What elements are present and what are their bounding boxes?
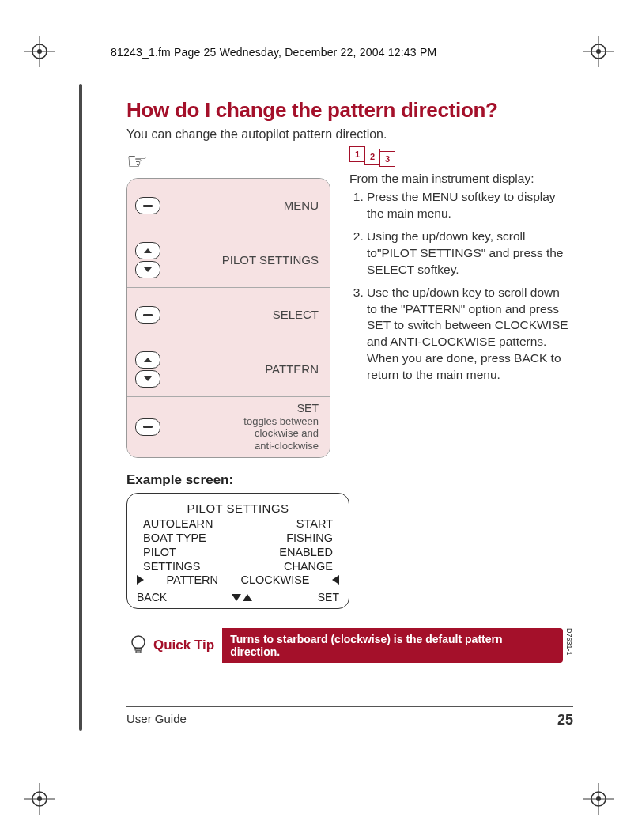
instruction-item: Press the MENU softkey to display the ma… [367, 189, 573, 222]
step-row-select: SELECT [127, 288, 330, 342]
quick-tip-text: Turns to starboard (clockwise) is the de… [222, 628, 563, 663]
pointing-hand-icon: ☞ [126, 149, 332, 173]
softkey-dash-icon [135, 418, 160, 436]
page-header-runline: 81243_1.fm Page 25 Wednesday, December 2… [111, 46, 436, 59]
lcd-footer: BACK SET [137, 591, 339, 604]
crop-mark-icon [24, 36, 55, 67]
lcd-row: PILOTENABLED [137, 545, 339, 559]
footer-page-number: 25 [557, 712, 573, 728]
step-label: MENU [172, 199, 319, 213]
crop-mark-icon [24, 783, 55, 815]
page-footer: User Guide 25 [126, 706, 573, 728]
softkey-dash-icon [135, 197, 160, 214]
instructions-lead: From the main instrument display: [349, 172, 573, 186]
footer-left: User Guide [126, 712, 187, 728]
up-down-arrows-icon [232, 594, 252, 601]
lcd-back-label: BACK [137, 591, 167, 604]
lcd-example-screen: PILOT SETTINGS AUTOLEARNSTART BOAT TYPEF… [126, 493, 349, 610]
quick-tip-label: Quick Tip [150, 628, 222, 663]
softkey-dash-icon [135, 306, 160, 324]
step-label: SET toggles between clockwise and anti-c… [172, 402, 319, 452]
lcd-row: BOAT TYPEFISHING [137, 531, 339, 545]
intro-text: You can change the autopilot pattern dir… [126, 127, 573, 142]
instruction-item: Using the up/down key, scroll to"PILOT S… [367, 229, 573, 278]
crop-mark-icon [583, 36, 614, 67]
triangle-right-icon [137, 575, 144, 585]
lcd-set-label: SET [318, 591, 339, 604]
step-label: PATTERN [172, 362, 319, 376]
lcd-row: SETTINGSCHANGE [137, 559, 339, 573]
step-label: PILOT SETTINGS [172, 253, 319, 267]
step-row-pattern: PATTERN [127, 342, 330, 397]
lcd-title: PILOT SETTINGS [137, 501, 339, 515]
lcd-selected-row: PATTERN CLOCKWISE [137, 573, 339, 586]
softkey-down-icon [135, 261, 160, 278]
quick-tip-code: D7631-1 [563, 628, 573, 663]
softkey-up-icon [135, 351, 160, 369]
instruction-item: Use the up/down key to scroll down to th… [367, 285, 573, 384]
instructions-list: Press the MENU softkey to display the ma… [349, 189, 573, 384]
quick-tip-strip: Quick Tip Turns to starboard (clockwise)… [126, 628, 573, 663]
svg-point-16 [132, 636, 145, 649]
lightbulb-icon [126, 628, 150, 663]
spine-bar [79, 84, 82, 731]
svg-rect-18 [136, 651, 141, 653]
step-row-menu: MENU [127, 179, 330, 233]
page-title: How do I change the pattern direction? [126, 98, 573, 123]
step-label: SELECT [172, 308, 319, 322]
numbered-steps-icon: 1 2 3 [349, 148, 573, 164]
step-row-pilot-settings: PILOT SETTINGS [127, 233, 330, 288]
lcd-row: AUTOLEARNSTART [137, 516, 339, 531]
triangle-left-icon [332, 575, 339, 585]
softkey-up-icon [135, 242, 160, 259]
crop-mark-icon [583, 783, 614, 815]
procedure-box: MENU PILOT SETTINGS SELECT [126, 178, 330, 458]
example-screen-heading: Example screen: [126, 472, 332, 488]
step-row-set: SET toggles between clockwise and anti-c… [127, 397, 330, 457]
softkey-down-icon [135, 370, 160, 388]
